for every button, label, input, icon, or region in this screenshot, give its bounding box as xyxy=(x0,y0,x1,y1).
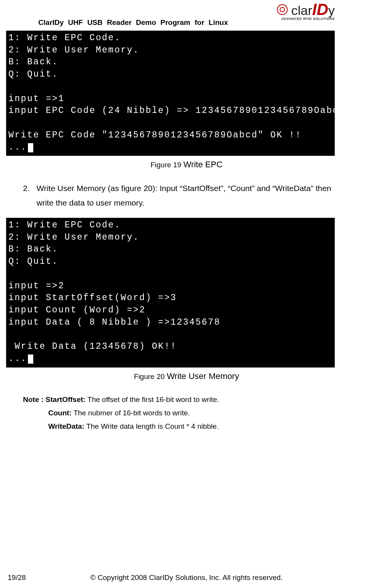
terminal1-prompt: ... xyxy=(8,142,27,152)
document-page: ClarIDy UHF USB Reader Demo Program for … xyxy=(0,0,373,588)
rfid-waves-icon xyxy=(274,4,290,15)
terminal2-line-1: 2: Write User Memory. xyxy=(8,232,139,242)
terminal1-line-6: input EPC Code (24 Nibble) => 1234567890… xyxy=(8,106,345,116)
figure-caption-19: Figure 19 Write EPC xyxy=(0,160,373,170)
logo-text: clarIDy xyxy=(291,2,335,18)
terminal1-line-2: B: Back. xyxy=(8,57,58,67)
note-startoffset-label: StartOffset: xyxy=(46,395,86,403)
list-item: 2. Write User Memory (as figure 20): Inp… xyxy=(23,181,335,210)
note-count-label: Count: xyxy=(48,409,72,417)
note-writedata-text: The Write data length is Count * 4 nibbl… xyxy=(85,422,219,430)
terminal2-line-6: input StartOffset(Word) =>3 xyxy=(8,293,177,303)
page-footer: 19/28 © Copyright 2008 ClarIDy Solutions… xyxy=(0,573,373,582)
note-row-2: Count: The nubmer of 16-bit words to wri… xyxy=(23,406,335,420)
cursor-icon xyxy=(28,354,33,364)
note-lead: Note : xyxy=(23,395,46,403)
cursor-icon xyxy=(28,143,33,152)
note-startoffset-text: The offset of the first 16-bit word to w… xyxy=(86,395,219,403)
terminal1-line-3: Q: Quit. xyxy=(8,69,58,79)
terminal-write-user-memory: 1: Write EPC Code. 2: Write User Memory.… xyxy=(6,218,335,368)
logo-post: y xyxy=(328,3,335,18)
terminal1-line-0: 1: Write EPC Code. xyxy=(8,33,121,43)
terminal2-line-7: input Count (Word) =>2 xyxy=(8,305,146,315)
logo-pre: clar xyxy=(291,3,312,18)
logo-mid: ID xyxy=(312,0,328,18)
logo-wrap: clarIDy xyxy=(274,2,335,18)
figure-number: Figure 20 xyxy=(134,372,165,381)
logo-subtitle: ADVANCED RFID SOLUTIONS xyxy=(274,17,335,21)
notes-block: Note : StartOffset: The offset of the fi… xyxy=(23,393,335,433)
figure-caption-20: Figure 20 Write User Memory xyxy=(0,371,373,381)
terminal1-line-5: input =>1 xyxy=(8,94,65,104)
figure-number: Figure 19 xyxy=(150,161,181,169)
terminal2-line-3: Q: Quit. xyxy=(8,256,58,266)
figure-title: Write User Memory xyxy=(167,371,239,381)
terminal2-prompt: ... xyxy=(8,354,27,364)
terminal1-line-8: Write EPC Code "1234567890123456789Oabcd… xyxy=(8,130,301,140)
terminal-write-epc: 1: Write EPC Code. 2: Write User Memory.… xyxy=(6,31,335,156)
step-description: 2. Write User Memory (as figure 20): Inp… xyxy=(23,181,335,210)
header-title: ClarIDy UHF USB Reader Demo Program for … xyxy=(38,18,228,27)
page-header: ClarIDy UHF USB Reader Demo Program for … xyxy=(0,3,373,30)
terminal2-line-0: 1: Write EPC Code. xyxy=(8,220,121,230)
terminal2-line-2: B: Back. xyxy=(8,244,58,254)
terminal2-line-5: input =>2 xyxy=(8,281,65,291)
brand-logo: clarIDy ADVANCED RFID SOLUTIONS xyxy=(274,2,335,21)
terminal2-line-8: input Data ( 8 Nibble ) =>12345678 xyxy=(8,317,220,327)
note-row-3: WriteData: The Write data length is Coun… xyxy=(23,420,335,433)
note-row-1: Note : StartOffset: The offset of the fi… xyxy=(23,393,335,406)
terminal1-line-1: 2: Write User Memory. xyxy=(8,45,139,55)
list-text: Write User Memory (as figure 20): Input … xyxy=(37,181,335,210)
terminal2-line-10: Write Data (12345678) OK!! xyxy=(8,341,177,351)
note-count-text: The nubmer of 16-bit words to write. xyxy=(72,409,190,417)
list-number: 2. xyxy=(23,181,30,210)
copyright-text: © Copyright 2008 ClarIDy Solutions, Inc.… xyxy=(38,573,335,582)
figure-title: Write EPC xyxy=(183,160,222,169)
note-writedata-label: WriteData: xyxy=(48,422,85,430)
